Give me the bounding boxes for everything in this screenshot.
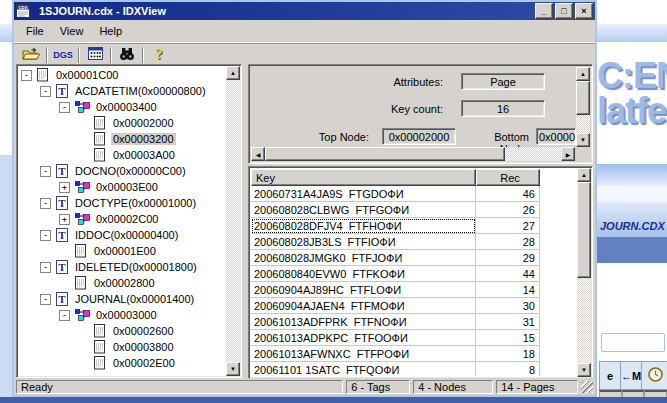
table-row[interactable]: 20060904AJAEN4 FTFMOФИ30 (251, 298, 576, 314)
page-icon (93, 116, 107, 130)
scroll-up-icon[interactable]: ▲ (226, 66, 240, 80)
collapse-icon[interactable]: - (40, 230, 51, 241)
tree-item-label: ACDATETIM(0x00000800) (73, 85, 208, 97)
tree-item[interactable]: -0x00001C00 (19, 67, 225, 83)
table-row[interactable]: 20060904AJ89HC FTFLOФИ14 (251, 282, 576, 298)
about-button[interactable]: ? (146, 45, 172, 64)
page-icon (93, 148, 107, 162)
details-vertical-scrollbar[interactable]: ▲ ▼ (576, 67, 590, 147)
table-row[interactable]: 20061101 1SATC FTFQOФИ8 (251, 362, 576, 376)
key-count-label: Key count: (313, 103, 443, 115)
tree-item[interactable]: 0x00003800 (19, 339, 225, 355)
tree-item[interactable]: -TDOCTYPE(0x00001000) (19, 195, 225, 211)
tree-item[interactable]: 0x00001E00 (19, 243, 225, 259)
background-taskbar-button[interactable]: ←M (620, 361, 641, 390)
expand-icon[interactable]: + (59, 182, 70, 193)
table-scrollbar[interactable]: ▲ ▼ (577, 168, 591, 377)
page-icon (93, 356, 107, 370)
background-link[interactable]: JOURN.CDX (600, 220, 665, 232)
scroll-up-icon[interactable]: ▲ (577, 168, 591, 182)
svg-text:T: T (58, 293, 66, 305)
expand-icon[interactable]: + (59, 214, 70, 225)
scroll-right-icon[interactable]: ▶ (561, 147, 575, 161)
scrollbar-thumb[interactable] (576, 81, 590, 115)
dgs-button[interactable]: DGS (50, 45, 76, 64)
table-row[interactable]: 200608028JB3LS FTFIOФИ28 (251, 234, 576, 250)
table-row[interactable]: 2006080840EVW0 FTFKOФИ44 (251, 266, 576, 282)
tag-icon: T (55, 84, 69, 98)
tag-icon: T (55, 260, 69, 274)
collapse-icon[interactable]: - (40, 294, 51, 305)
dgs-button-label: DGS (53, 50, 73, 60)
title-bar[interactable]: CDX 1SJOURN.cdx - IDXView _ □ × (14, 2, 595, 20)
idxview-window: CDX 1SJOURN.cdx - IDXView _ □ × FileView… (12, 0, 597, 397)
collapse-icon[interactable]: - (40, 166, 51, 177)
background-input[interactable] (601, 333, 665, 352)
background-taskbar-button[interactable]: e (599, 361, 620, 390)
table-row[interactable]: 20061013AFWNXC FTFPOФИ18 (251, 346, 576, 362)
table-row[interactable]: 200608028JMGK0 FTFJOФИ29 (251, 250, 576, 266)
find-button[interactable] (114, 45, 140, 64)
collapse-icon[interactable]: - (40, 198, 51, 209)
tree-item[interactable]: -0x00003400 (19, 99, 225, 115)
details-horizontal-scrollbar[interactable]: ◀ ▶ (251, 147, 575, 161)
table-row[interactable]: 20061013ADFPRK FTFNOФИ31 (251, 314, 576, 330)
hex-view-button[interactable] (82, 45, 108, 64)
tree-item[interactable]: 0x00003200 (19, 131, 225, 147)
tree-item[interactable]: -TDOCNO(0x00000C00) (19, 163, 225, 179)
table-row[interactable]: 200608028DFJV4 FTFHOФИ27 (251, 218, 576, 234)
menu-item-view[interactable]: View (52, 23, 92, 39)
table-row[interactable]: 20061013ADPKPC FTFOOФИ15 (251, 330, 576, 346)
menu-item-file[interactable]: File (18, 23, 52, 39)
tree-item-label: 0x00003000 (94, 309, 159, 321)
collapse-icon[interactable]: - (21, 70, 32, 81)
tree-item[interactable]: 0x00003A00 (19, 147, 225, 163)
key-table-panel: Key Rec 20060731A4JA9S FTGDOФИ4620060802… (248, 166, 593, 379)
tree-item[interactable]: -TJOURNAL(0x00001400) (19, 291, 225, 307)
tree-item[interactable]: 0x00002000 (19, 115, 225, 131)
scroll-down-icon[interactable]: ▼ (577, 363, 591, 377)
tree-item-label: 0x00002800 (92, 277, 157, 289)
key-cell: 20061013AFWNXC FTFPOФИ (251, 346, 476, 362)
tree-item[interactable]: -TIDDOC(0x00000400) (19, 227, 225, 243)
tree-scrollbar[interactable]: ▲ ▼ (226, 66, 240, 376)
scroll-left-icon[interactable]: ◀ (251, 147, 265, 161)
key-cell: 20060904AJ89HC FTFLOФИ (251, 282, 476, 298)
scrollbar-thumb[interactable] (265, 147, 505, 161)
scroll-up-icon[interactable]: ▲ (576, 67, 590, 81)
tree-item[interactable]: -TIDELETED(0x00001800) (19, 259, 225, 275)
minimize-button[interactable]: _ (535, 3, 553, 19)
open-file-button[interactable] (18, 45, 44, 64)
table-row[interactable]: 200608028CLBWG FTFGOФИ26 (251, 202, 576, 218)
tree-item[interactable]: 0x00002800 (19, 275, 225, 291)
status-pane: 4 - Nodes (413, 380, 493, 394)
collapse-icon[interactable]: - (59, 102, 70, 113)
tree-item[interactable]: +0x00003E00 (19, 179, 225, 195)
table-row[interactable]: 20060731A4JA9S FTGDOФИ46 (251, 186, 576, 202)
scroll-down-icon[interactable]: ▼ (576, 133, 590, 147)
scroll-down-icon[interactable]: ▼ (226, 362, 240, 376)
tree-item-label: JOURNAL(0x00001400) (73, 293, 196, 305)
resize-grip-icon[interactable] (581, 381, 593, 393)
collapse-icon[interactable]: - (59, 310, 70, 321)
tree-item[interactable]: -0x00003000 (19, 307, 225, 323)
column-header-key[interactable]: Key (251, 169, 476, 186)
column-header-rec[interactable]: Rec (476, 169, 540, 186)
collapse-icon[interactable]: - (40, 262, 51, 273)
scrollbar-track[interactable] (226, 66, 240, 376)
rec-cell: 14 (476, 282, 540, 298)
background-taskbar-button[interactable] (641, 361, 667, 390)
svg-text:T: T (58, 165, 66, 177)
tree-item[interactable]: 0x00002E00 (19, 355, 225, 371)
tree-item[interactable]: 0x00002600 (19, 323, 225, 339)
collapse-icon[interactable]: - (40, 86, 51, 97)
close-button[interactable]: × (575, 3, 593, 19)
menu-item-help[interactable]: Help (91, 23, 130, 39)
tree-item-label: 0x00002000 (111, 117, 176, 129)
background-taskbar-button-label: ←M (621, 370, 641, 382)
node-icon (74, 180, 90, 194)
tree-item[interactable]: -TACDATETIM(0x00000800) (19, 83, 225, 99)
maximize-button[interactable]: □ (555, 3, 573, 19)
scrollbar-thumb[interactable] (577, 182, 591, 278)
tree-item[interactable]: +0x00002C00 (19, 211, 225, 227)
